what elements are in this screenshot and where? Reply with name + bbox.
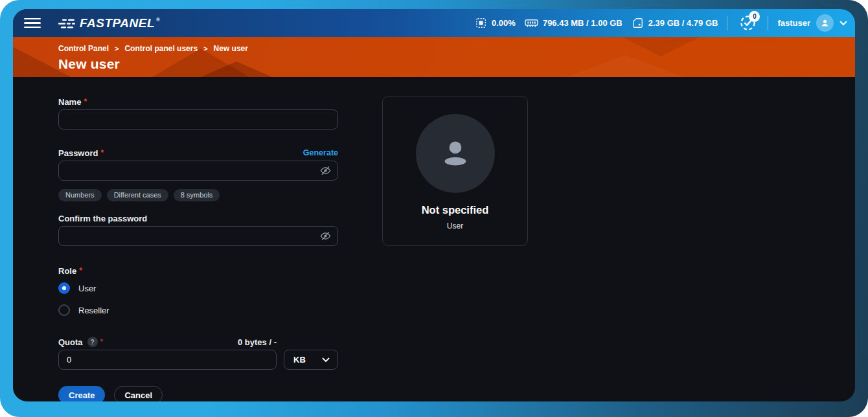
quota-unit-select[interactable]: KB [284, 350, 338, 370]
topbar-divider [727, 16, 727, 30]
app-window: FASTPANEL ® 0.00% [13, 9, 855, 401]
quota-label: Quota [58, 336, 83, 348]
required-asterisk: * [84, 97, 87, 106]
header-content: Control Panel > Control panel users > Ne… [13, 37, 855, 72]
breadcrumb-control-panel[interactable]: Control Panel [58, 44, 109, 53]
topbar-right: 0.00% 796.43 MB / 1.00 GB [475, 14, 847, 33]
password-hint-chip: 8 symbols [174, 189, 220, 201]
password-label: Password * [58, 147, 104, 159]
notifications-button[interactable]: 0 [737, 14, 759, 33]
cancel-button[interactable]: Cancel [114, 386, 163, 401]
username-label: fastuser [777, 18, 810, 28]
fastpanel-speedlines-icon [57, 17, 76, 30]
role-option-reseller-label: Reseller [78, 306, 109, 315]
main-content: Name * Password * Generate [13, 77, 855, 401]
disk-icon [632, 17, 644, 29]
person-icon [434, 132, 477, 175]
quota-input[interactable] [58, 350, 277, 370]
brand-name: FASTPANEL [80, 16, 155, 30]
radio-selected-icon[interactable] [58, 282, 70, 294]
disk-usage-value: 2.39 GB / 4.79 GB [648, 18, 718, 28]
role-option-user-label: User [78, 284, 96, 293]
avatar-placeholder [416, 114, 495, 193]
breadcrumb-control-panel-users[interactable]: Control panel users [124, 44, 198, 53]
eye-off-icon [319, 230, 332, 242]
quota-unit-value: KB [293, 355, 306, 365]
hamburger-icon [24, 18, 41, 20]
ram-usage-value: 796.43 MB / 1.00 GB [543, 18, 622, 28]
registered-mark: ® [156, 17, 160, 23]
name-label: Name * [58, 96, 338, 107]
ram-usage-stat: 796.43 MB / 1.00 GB [525, 18, 622, 28]
quota-help-icon[interactable]: ? [87, 337, 98, 347]
toggle-password-visibility-button[interactable] [319, 164, 332, 177]
cpu-usage-value: 0.00% [492, 18, 516, 28]
app-frame: FASTPANEL ® 0.00% [0, 0, 868, 417]
brand-logo[interactable]: FASTPANEL ® [57, 16, 160, 30]
role-option-user[interactable]: User [58, 282, 338, 294]
generate-password-link[interactable]: Generate [303, 148, 338, 157]
person-icon [820, 18, 830, 28]
password-hint-chip: Numbers [58, 189, 102, 201]
role-label: Role * [58, 265, 338, 276]
confirm-password-label: Confirm the password [58, 212, 338, 224]
password-input[interactable] [58, 161, 338, 181]
password-hint-chip: Different cases [107, 189, 168, 201]
quota-usage-text: 0 bytes / - [238, 337, 277, 347]
chevron-down-icon [322, 357, 330, 363]
create-button[interactable]: Create [58, 386, 105, 401]
notification-count-badge: 0 [749, 11, 760, 22]
cpu-icon [475, 17, 487, 29]
menu-toggle-button[interactable] [19, 14, 45, 33]
breadcrumb-separator: > [115, 45, 119, 52]
page-title: New user [58, 56, 855, 72]
chevron-down-icon [839, 21, 847, 26]
toggle-confirm-visibility-button[interactable] [319, 230, 332, 242]
ram-icon [525, 18, 538, 28]
name-input[interactable] [58, 109, 338, 130]
eye-off-icon [319, 164, 332, 177]
required-asterisk: * [100, 337, 104, 346]
new-user-form: Name * Password * Generate [58, 96, 338, 401]
page-header: Control Panel > Control panel users > Ne… [13, 37, 855, 77]
breadcrumb-current: New user [214, 44, 248, 53]
confirm-password-input[interactable] [58, 226, 338, 246]
preview-role: User [447, 221, 463, 231]
required-asterisk: * [79, 266, 82, 275]
breadcrumb-separator: > [203, 45, 207, 52]
disk-usage-stat: 2.39 GB / 4.79 GB [632, 17, 718, 29]
cpu-usage-stat: 0.00% [475, 17, 516, 29]
preview-name: Not specified [422, 204, 489, 216]
topbar: FASTPANEL ® 0.00% [13, 9, 855, 37]
role-option-reseller[interactable]: Reseller [58, 304, 338, 316]
radio-unselected-icon[interactable] [58, 304, 70, 316]
user-preview-card: Not specified User [382, 96, 528, 246]
user-menu[interactable]: fastuser [777, 14, 847, 32]
user-avatar [816, 14, 834, 32]
password-requirements: Numbers Different cases 8 symbols [58, 189, 338, 201]
breadcrumb: Control Panel > Control panel users > Ne… [58, 44, 855, 53]
required-asterisk: * [100, 148, 104, 157]
topbar-divider [768, 16, 768, 30]
